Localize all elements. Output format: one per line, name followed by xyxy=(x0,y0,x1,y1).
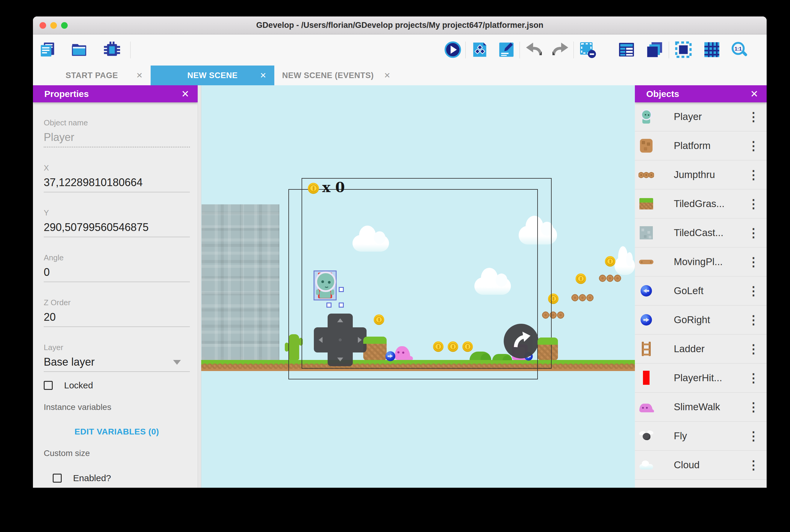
kebab-menu-icon[interactable]: ⋮ xyxy=(746,342,761,356)
kebab-menu-icon[interactable]: ⋮ xyxy=(746,458,761,472)
kebab-menu-icon[interactable]: ⋮ xyxy=(746,400,761,414)
jump-button-instance[interactable] xyxy=(504,324,538,359)
zoom-1-1-icon[interactable]: 1:1 xyxy=(731,41,748,58)
kebab-menu-icon[interactable]: ⋮ xyxy=(746,313,761,327)
x-input[interactable]: 37,12289810180664 xyxy=(44,176,190,192)
layers-editor-icon[interactable] xyxy=(646,41,663,58)
handle-instance[interactable] xyxy=(339,303,344,308)
object-row-player-hitbox[interactable]: PlayerHit...⋮ xyxy=(635,363,767,393)
kebab-menu-icon[interactable]: ⋮ xyxy=(746,255,761,269)
cloud-instance[interactable] xyxy=(474,278,511,295)
undo-icon[interactable] xyxy=(525,41,542,58)
play-preview-icon[interactable] xyxy=(444,41,461,58)
handle-instance[interactable] xyxy=(339,287,344,292)
kebab-menu-icon[interactable]: ⋮ xyxy=(746,110,761,124)
edit-variables-button[interactable]: EDIT VARIABLES (0) xyxy=(44,427,190,437)
angle-input[interactable]: 0 xyxy=(44,265,190,282)
tab-close-icon[interactable]: ✕ xyxy=(384,71,390,80)
dpad-instance[interactable] xyxy=(314,314,367,366)
object-row-tiled-castle[interactable]: TiledCast...⋮ xyxy=(635,218,767,247)
object-row-moving-platform[interactable]: MovingPl...⋮ xyxy=(635,247,767,277)
project-manager-icon[interactable] xyxy=(471,41,489,58)
kebab-menu-icon[interactable]: ⋮ xyxy=(746,226,761,240)
custom-size-enabled-checkbox[interactable] xyxy=(53,474,62,482)
objects-list: Player⋮Platform⋮Jumpthru⋮TiledGras...⋮Ti… xyxy=(635,102,767,480)
deselect-all-icon[interactable] xyxy=(579,41,596,58)
layer-select[interactable]: Base layer xyxy=(44,355,190,372)
logs-instance[interactable] xyxy=(541,311,565,319)
coin-instance[interactable] xyxy=(548,293,558,304)
kebab-menu-icon[interactable]: ⋮ xyxy=(746,371,761,385)
zoom-window-button[interactable] xyxy=(61,22,68,29)
bush-instance[interactable] xyxy=(492,354,512,360)
tab-start-page[interactable]: START PAGE ✕ xyxy=(33,65,151,85)
kebab-menu-icon[interactable]: ⋮ xyxy=(746,197,761,211)
locked-label: Locked xyxy=(64,380,93,391)
cloud-instance[interactable] xyxy=(519,226,557,245)
kebab-menu-icon[interactable]: ⋮ xyxy=(746,139,761,153)
object-row-go-right[interactable]: GoRight⋮ xyxy=(635,305,767,335)
grid-icon[interactable] xyxy=(703,41,720,58)
coin-instance[interactable] xyxy=(605,256,616,267)
panel-resize-handle[interactable] xyxy=(198,85,201,488)
coin-instance[interactable] xyxy=(575,273,586,284)
minimize-window-button[interactable] xyxy=(50,22,57,29)
bush-instance[interactable] xyxy=(470,352,491,360)
titlebar: GDevelop - /Users/florian/GDevelop proje… xyxy=(33,17,767,34)
tab-new-scene[interactable]: NEW SCENE ✕ xyxy=(151,65,274,85)
object-row-fly[interactable]: Fly⋮ xyxy=(635,422,767,451)
coin-instance[interactable] xyxy=(374,315,384,325)
z-order-input[interactable]: 20 xyxy=(44,310,190,327)
cloud-instance[interactable] xyxy=(352,235,389,252)
tiled-grass-icon xyxy=(639,196,654,211)
handle-instance[interactable] xyxy=(326,303,331,308)
cactus-instance[interactable] xyxy=(288,334,299,360)
edit-scene-properties-icon[interactable] xyxy=(498,41,515,58)
object-row-ladder[interactable]: Ladder⋮ xyxy=(635,335,767,363)
cloud-icon xyxy=(639,457,654,473)
kebab-menu-icon[interactable]: ⋮ xyxy=(746,284,761,298)
object-row-cloud[interactable]: Cloud⋮ xyxy=(635,451,767,480)
scene-canvas[interactable]: x 0 xyxy=(201,85,635,488)
object-row-tiled-grass[interactable]: TiledGras...⋮ xyxy=(635,189,767,218)
instances-list-icon[interactable] xyxy=(618,41,635,58)
close-icon[interactable]: ✕ xyxy=(181,88,189,100)
tab-close-icon[interactable]: ✕ xyxy=(136,71,143,80)
coin-instance[interactable] xyxy=(433,341,443,352)
tab-close-icon[interactable]: ✕ xyxy=(260,71,267,80)
hud-coin-count[interactable]: x 0 xyxy=(322,179,345,195)
tab-label: NEW SCENE xyxy=(187,71,238,80)
kebab-menu-icon[interactable]: ⋮ xyxy=(746,168,761,182)
logs-instance[interactable] xyxy=(598,274,622,283)
y-input[interactable]: 290,50799560546875 xyxy=(44,221,190,237)
object-row-platform[interactable]: Platform⋮ xyxy=(635,131,767,160)
slime-instance[interactable] xyxy=(395,346,410,360)
close-window-button[interactable] xyxy=(39,22,46,29)
redo-icon[interactable] xyxy=(552,41,569,58)
locked-checkbox[interactable] xyxy=(44,381,53,390)
tab-new-scene-events[interactable]: NEW SCENE (EVENTS) ✕ xyxy=(274,65,418,85)
coin-instance[interactable] xyxy=(462,341,473,352)
coin-instance[interactable] xyxy=(448,341,458,352)
building-instance[interactable] xyxy=(202,204,279,360)
grass-block-instance[interactable] xyxy=(363,337,387,361)
grass-block-instance[interactable] xyxy=(537,338,558,361)
kebab-menu-icon[interactable]: ⋮ xyxy=(746,429,761,443)
ball-instance[interactable] xyxy=(385,351,395,361)
new-project-icon[interactable] xyxy=(39,41,56,58)
object-row-slime[interactable]: SlimeWalk⋮ xyxy=(635,393,767,422)
object-label: GoLeft xyxy=(674,285,746,297)
close-icon[interactable]: ✕ xyxy=(750,88,758,100)
logs-instance[interactable] xyxy=(571,293,594,302)
object-row-jumpthru[interactable]: Jumpthru⋮ xyxy=(635,160,767,189)
ladder-icon xyxy=(639,341,654,357)
open-project-icon[interactable] xyxy=(70,41,88,58)
cloud-instance[interactable] xyxy=(614,256,635,275)
window-mask-icon[interactable] xyxy=(675,41,692,58)
debugger-icon[interactable] xyxy=(103,41,121,58)
player-sel-instance[interactable] xyxy=(314,270,336,300)
object-row-player[interactable]: Player⋮ xyxy=(635,102,767,131)
object-row-go-left[interactable]: GoLeft⋮ xyxy=(635,277,767,305)
ground-instance[interactable] xyxy=(201,360,635,371)
hud-coin-icon[interactable] xyxy=(308,183,319,194)
